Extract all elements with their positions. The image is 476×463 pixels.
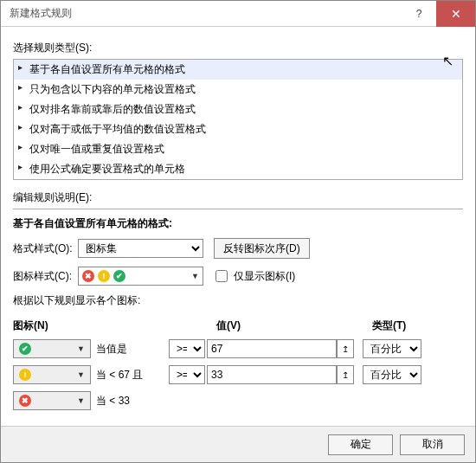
chevron-down-icon: ▼ — [77, 396, 85, 405]
format-style-label: 格式样式(O): — [13, 241, 78, 256]
icon-rule-row: ✔ ▼ 当值是 >= ↥ 百分比 — [13, 338, 463, 359]
rule-type-item[interactable]: 仅对唯一值或重复值设置格式 — [14, 139, 462, 159]
icon-rule-row: ! ▼ 当 < 67 且 >= ↥ 百分比 — [13, 364, 463, 385]
header-icon: 图标(N) — [13, 319, 48, 331]
rule-display-label: 根据以下规则显示各个图标: — [13, 293, 463, 308]
help-button[interactable]: ? — [402, 1, 436, 27]
yellow-exclaim-icon: ! — [19, 369, 31, 381]
reverse-icon-order-button[interactable]: 反转图标次序(D) — [214, 238, 310, 259]
type-select[interactable]: 百分比 — [363, 339, 421, 358]
chevron-down-icon: ▼ — [191, 272, 199, 280]
chevron-down-icon: ▼ — [77, 344, 85, 353]
value-input[interactable] — [207, 339, 337, 358]
rule-type-item[interactable]: 只为包含以下内容的单元格设置格式 — [14, 80, 462, 100]
operator-select[interactable]: >= — [169, 339, 205, 358]
format-style-select[interactable]: 图标集 — [78, 239, 203, 258]
yellow-circle-icon: ! — [98, 270, 110, 282]
header-value: 值(V) — [216, 319, 241, 331]
group-title: 基于各自值设置所有单元格的格式: — [13, 216, 463, 231]
rule-type-item[interactable]: 仅对排名靠前或靠后的数值设置格式 — [14, 100, 462, 119]
header-type: 类型(T) — [372, 319, 406, 331]
dialog-footer: 确定 取消 — [1, 426, 475, 462]
icon-style-select[interactable]: ✖ ! ✔ ▼ — [78, 267, 203, 286]
show-icon-only-checkbox[interactable] — [215, 270, 228, 282]
rule-type-list[interactable]: 基于各自值设置所有单元格的格式 只为包含以下内容的单元格设置格式 仅对排名靠前或… — [13, 59, 463, 180]
icon-select[interactable]: ! ▼ — [13, 365, 91, 384]
red-x-icon: ✖ — [19, 395, 31, 407]
show-icon-only-label: 仅显示图标(I) — [234, 269, 295, 284]
value-input[interactable] — [207, 365, 337, 384]
type-select[interactable]: 百分比 — [363, 365, 421, 384]
operator-select[interactable]: >= — [169, 365, 205, 384]
value-picker-button[interactable]: ↥ — [337, 339, 354, 358]
rule-type-item[interactable]: 基于各自值设置所有单元格的格式 — [14, 60, 462, 80]
green-check-icon: ✔ — [19, 343, 31, 355]
green-circle-icon: ✔ — [113, 270, 125, 282]
columns-header: 图标(N) 值(V) 类型(T) — [13, 318, 463, 333]
chevron-down-icon: ▼ — [77, 370, 85, 379]
edit-rule-label: 编辑规则说明(E): — [13, 190, 463, 205]
value-picker-button[interactable]: ↥ — [337, 365, 354, 384]
red-circle-icon: ✖ — [82, 270, 94, 282]
close-button[interactable]: ✕ — [436, 1, 475, 27]
edit-rule-group: 基于各自值设置所有单元格的格式: 格式样式(O): 图标集 反转图标次序(D) … — [13, 209, 463, 411]
condition-text: 当 < 33 — [96, 394, 169, 408]
condition-text: 当 < 67 且 — [96, 368, 169, 383]
cancel-button[interactable]: 取消 — [400, 434, 465, 455]
rule-type-label: 选择规则类型(S): — [13, 41, 463, 55]
condition-text: 当值是 — [96, 342, 169, 357]
icon-select[interactable]: ✖ ▼ — [13, 391, 91, 410]
rule-type-item[interactable]: 仅对高于或低于平均值的数值设置格式 — [14, 119, 462, 139]
window-title: 新建格式规则 — [1, 6, 402, 21]
titlebar: 新建格式规则 ? ✕ — [1, 1, 475, 27]
icon-style-label: 图标样式(C): — [13, 269, 78, 284]
ok-button[interactable]: 确定 — [328, 434, 393, 455]
icon-select[interactable]: ✔ ▼ — [13, 339, 91, 358]
rule-type-item[interactable]: 使用公式确定要设置格式的单元格 — [14, 159, 462, 179]
icon-rule-row: ✖ ▼ 当 < 33 — [13, 390, 463, 411]
